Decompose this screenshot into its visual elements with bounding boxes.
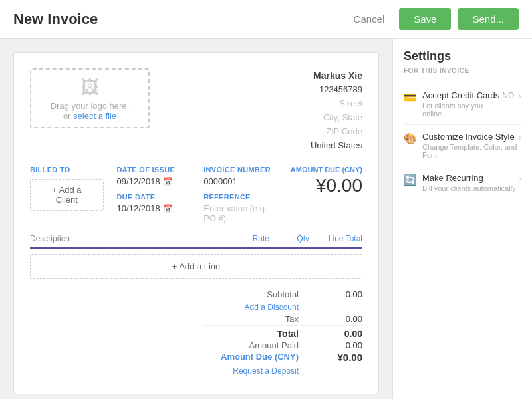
amount-due-cny-value: ¥0.00 — [309, 352, 362, 363]
reference-label: Reference — [203, 193, 277, 201]
invoice-fields: Billed To + Add a Client Date of Issue 0… — [30, 166, 362, 223]
subtotal-value: 0.00 — [309, 289, 362, 299]
select-file-link[interactable]: select a file — [73, 111, 116, 121]
company-street: Street — [311, 97, 362, 111]
invoice-card: 🖼 Drag your logo here, or select a file … — [13, 52, 379, 394]
due-date-label: Due Date — [117, 193, 191, 201]
credit-card-icon: 💳 — [404, 91, 417, 104]
col-description: Description — [30, 234, 216, 243]
amount-paid-label: Amount Paid — [203, 340, 309, 350]
total-value: 0.00 — [309, 325, 362, 339]
discount-link-cell: Add a Discount — [203, 301, 309, 313]
totals-section: Subtotal 0.00 Add a Discount Tax 0.00 To… — [30, 289, 362, 376]
logo-drag-icon: 🖼 — [80, 76, 99, 98]
line-items-header: Description Rate Qty Line Total — [30, 234, 362, 249]
tax-row: Tax 0.00 — [30, 314, 362, 324]
subtotal-label: Subtotal — [203, 289, 309, 299]
invoice-top: 🖼 Drag your logo here, or select a file … — [30, 68, 362, 152]
save-button[interactable]: Save — [399, 8, 451, 30]
amount-paid-row: Amount Paid 0.00 — [30, 340, 362, 350]
company-country: United States — [311, 139, 362, 153]
drag-text: Drag your logo here, — [51, 101, 130, 111]
amount-due-cny-label: Amount Due (CNY) — [203, 352, 309, 363]
reference-placeholder[interactable]: Enter value (e.g. PO #) — [203, 203, 277, 223]
calendar-icon-issue: 📅 — [163, 177, 173, 186]
due-date-value[interactable]: 10/12/2018 📅 — [117, 203, 191, 213]
invoice-area: 🖼 Drag your logo here, or select a file … — [0, 39, 392, 399]
recurring-icon: 🔄 — [404, 174, 417, 186]
settings-subtitle: FOR THIS INVOICE — [404, 67, 521, 74]
total-label: Total — [203, 325, 309, 339]
chevron-icon-credit-cards: › — [518, 90, 521, 101]
company-info: Markus Xie 123456789 Street City, State … — [311, 68, 362, 152]
invoice-style-subtitle: Change Template, Color, and Font — [422, 143, 518, 159]
calendar-icon-due: 📅 — [163, 204, 173, 213]
credit-cards-subtitle: Let clients pay you online — [422, 102, 502, 118]
col-total: Line Total — [309, 234, 362, 243]
deposit-link-cell: Request a Deposit — [203, 364, 309, 376]
date-of-issue-value[interactable]: 09/12/2018 📅 — [117, 176, 191, 186]
company-zip: ZIP Code — [311, 125, 362, 139]
chevron-icon-recurring: › — [518, 173, 521, 184]
amount-due-group: Amount Due (CNY) ¥0.00 — [291, 166, 362, 196]
palette-icon: 🎨 — [404, 132, 417, 145]
add-discount-link[interactable]: Add a Discount — [245, 303, 299, 312]
logo-dropzone[interactable]: 🖼 Drag your logo here, or select a file — [30, 68, 150, 128]
settings-item-credit-cards[interactable]: 💳 Accept Credit Cards Let clients pay yo… — [404, 84, 521, 125]
header-actions: Cancel Save Send... — [346, 8, 519, 30]
amount-due-label: Amount Due (CNY) — [291, 166, 362, 174]
billed-to-label: Billed To — [30, 166, 104, 174]
invoice-style-title: Customize Invoice Style — [422, 132, 518, 142]
invoice-number-value[interactable]: 0000001 — [203, 176, 277, 186]
company-phone: 123456789 — [311, 83, 362, 97]
settings-panel: Settings FOR THIS INVOICE 💳 Accept Credi… — [392, 39, 532, 399]
or-text: or select a file — [63, 111, 116, 121]
chevron-icon-style: › — [518, 132, 521, 142]
dates-group: Date of Issue 09/12/2018 📅 Due Date 10/1… — [117, 166, 191, 213]
total-row: Total 0.00 — [30, 325, 362, 339]
recurring-subtitle: Bill your clients automatically — [422, 184, 516, 192]
invoice-number-label: Invoice Number — [203, 166, 277, 174]
amount-due-value: ¥0.00 — [291, 175, 362, 196]
col-qty: Qty — [269, 234, 309, 243]
amount-due-cny-row: Amount Due (CNY) ¥0.00 — [30, 352, 362, 363]
send-button[interactable]: Send... — [458, 8, 519, 30]
request-deposit-row: Request a Deposit — [30, 364, 362, 376]
tax-value: 0.00 — [309, 314, 362, 324]
app-header: New Invoice Cancel Save Send... — [0, 0, 532, 39]
cancel-button[interactable]: Cancel — [346, 9, 393, 29]
request-deposit-link[interactable]: Request a Deposit — [233, 366, 299, 376]
add-line-button[interactable]: + Add a Line — [30, 254, 362, 279]
billed-to-group: Billed To + Add a Client — [30, 166, 104, 211]
company-city-state: City, State — [311, 111, 362, 125]
credit-cards-title: Accept Credit Cards — [422, 90, 502, 100]
amount-paid-value: 0.00 — [309, 340, 362, 350]
date-of-issue-label: Date of Issue — [117, 166, 191, 174]
settings-item-recurring[interactable]: 🔄 Make Recurring Bill your clients autom… — [404, 166, 521, 199]
subtotal-row: Subtotal 0.00 — [30, 289, 362, 299]
tax-label: Tax — [203, 314, 309, 324]
settings-title: Settings — [404, 49, 521, 63]
company-name: Markus Xie — [311, 68, 362, 83]
credit-cards-badge: NO — [502, 91, 514, 100]
main-layout: 🖼 Drag your logo here, or select a file … — [0, 39, 532, 399]
col-rate: Rate — [216, 234, 269, 243]
settings-item-invoice-style[interactable]: 🎨 Customize Invoice Style Change Templat… — [404, 125, 521, 166]
page-title: New Invoice — [13, 11, 98, 28]
invoice-number-group: Invoice Number 0000001 Reference Enter v… — [203, 166, 277, 223]
add-client-button[interactable]: + Add a Client — [30, 179, 104, 211]
discount-row: Add a Discount — [30, 301, 362, 313]
recurring-title: Make Recurring — [422, 173, 516, 183]
